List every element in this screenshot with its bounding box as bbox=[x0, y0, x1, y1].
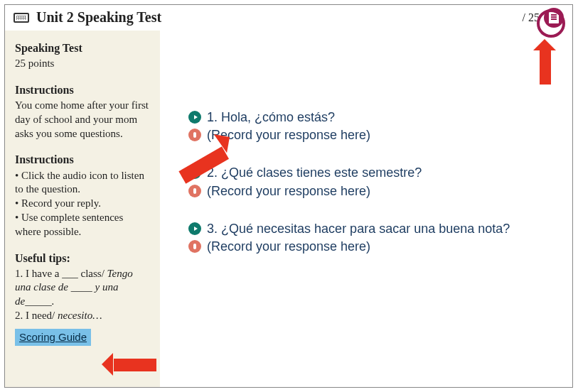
microphone-icon[interactable] bbox=[188, 129, 201, 141]
question-text: 2. ¿Qué clases tienes este semestre? bbox=[207, 164, 544, 182]
document-button[interactable] bbox=[544, 8, 564, 28]
body: Speaking Test 25 points Instructions You… bbox=[5, 31, 572, 387]
scoring-guide-link[interactable]: Scoring Guide bbox=[15, 329, 91, 346]
question-block: 1. Hola, ¿cómo estás? (Record your respo… bbox=[188, 109, 544, 144]
audio-icon[interactable] bbox=[188, 166, 201, 179]
main-panel: 1. Hola, ¿cómo estás? (Record your respo… bbox=[160, 31, 572, 387]
page-title: Unit 2 Speaking Test bbox=[36, 9, 523, 26]
question-prompt: ¿Qué clases tienes este semestre? bbox=[221, 165, 422, 180]
question-block: 2. ¿Qué clases tienes este semestre? (Re… bbox=[188, 164, 544, 200]
instructions-heading-1: Instructions bbox=[15, 82, 150, 97]
page-count: / 25 bbox=[523, 11, 540, 24]
keyboard-icon bbox=[14, 13, 29, 23]
app-frame: Unit 2 Speaking Test / 25 Speaking Test … bbox=[4, 4, 573, 388]
sidebar: Speaking Test 25 points Instructions You… bbox=[5, 31, 160, 387]
record-placeholder: (Record your response here) bbox=[207, 183, 544, 200]
document-icon bbox=[549, 12, 559, 23]
question-prompt: ¿Qué necesitas hacer para sacar una buen… bbox=[221, 222, 510, 236]
microphone-icon[interactable] bbox=[188, 240, 201, 253]
tip-line: 1. I have a ___ class/ Tengo una clase d… bbox=[15, 267, 150, 309]
tip-text: 2. I need/ bbox=[15, 310, 58, 321]
question-text: 1. Hola, ¿cómo estás? bbox=[207, 109, 544, 126]
instructions-item: • Click the audio icon to listen to the … bbox=[15, 169, 150, 197]
header-bar: Unit 2 Speaking Test / 25 bbox=[5, 5, 572, 31]
test-title: Speaking Test bbox=[15, 40, 150, 55]
tip-text: 1. I have a ___ class/ bbox=[15, 268, 105, 279]
question-number: 3. bbox=[207, 222, 218, 236]
audio-icon[interactable] bbox=[188, 222, 201, 235]
instructions-heading-2: Instructions bbox=[15, 152, 150, 167]
audio-icon[interactable] bbox=[188, 111, 201, 124]
question-prompt: Hola, ¿cómo estás? bbox=[221, 110, 335, 124]
question-number: 1. bbox=[207, 110, 218, 124]
question-text: 3. ¿Qué necesitas hacer para sacar una b… bbox=[207, 220, 544, 238]
record-placeholder: (Record your response here) bbox=[207, 126, 544, 144]
microphone-icon[interactable] bbox=[188, 185, 201, 197]
instructions-item: • Use complete sentences where possible. bbox=[15, 211, 150, 239]
test-points: 25 points bbox=[15, 57, 150, 71]
tip-text-italic: necesito… bbox=[58, 310, 102, 321]
tip-line: 2. I need/ necesito… bbox=[15, 309, 150, 323]
tips-heading: Useful tips: bbox=[15, 251, 150, 266]
instructions-item: • Record your reply. bbox=[15, 197, 150, 211]
question-block: 3. ¿Qué necesitas hacer para sacar una b… bbox=[188, 220, 544, 256]
question-number: 2. bbox=[207, 165, 218, 180]
record-placeholder: (Record your response here) bbox=[207, 238, 544, 256]
instructions-body-1: You come home after your first day of sc… bbox=[15, 99, 150, 141]
